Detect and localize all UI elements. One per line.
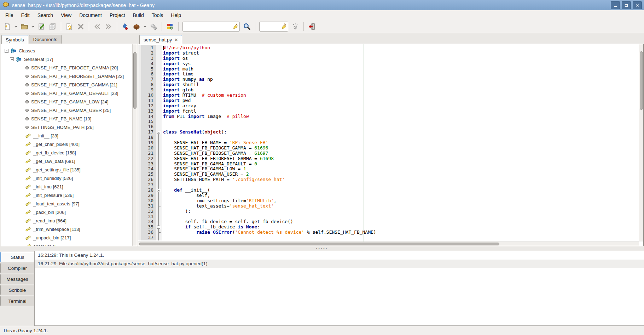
code-line[interactable]: 36 raise OSError('Cannot detect %s devic… [138,230,639,235]
symbol-row[interactable]: SENSE_HAT_FB_GAMMA_DEFAULT [23] [1,89,132,97]
search-button[interactable] [242,21,252,32]
editor-horizontal-scrollbar[interactable] [138,242,639,246]
tab-status[interactable]: Status [0,252,34,262]
code-line[interactable]: 15 [138,119,639,124]
code-line[interactable]: 19 SENSE_HAT_FB_NAME = 'RPi-Sense FB' [138,140,639,146]
code-line[interactable]: 2import struct [138,51,639,56]
fold-toggle-icon[interactable] [156,188,162,193]
code-line[interactable]: 21 SENSE_HAT_FB_FBIOSET_GAMMA = 61697 [138,151,639,156]
code-line[interactable]: 35 if self._fb_device is None: [138,225,639,230]
symbol-row[interactable]: _get_char_pixels [400] [1,140,132,148]
symbol-row[interactable]: _trim_whitespace [113] [1,225,132,233]
search-input-field[interactable] [184,23,225,30]
maximize-button[interactable] [622,1,631,9]
code-line[interactable]: 26 SETTINGS_HOME_PATH = '.config/sense_h… [138,177,639,182]
code-line[interactable]: 33 [138,214,639,220]
code-line[interactable]: 17class SenseHat(object): [138,130,639,135]
symbol-row[interactable]: SENSE_HAT_FB_FBIOSET_GAMMA [21] [1,80,132,89]
tab-compiler[interactable]: Compiler [0,263,34,273]
code-line[interactable]: 7import numpy as np [138,77,639,82]
editor-vertical-scrollbar[interactable] [639,44,643,242]
code-line[interactable]: 23 SENSE_HAT_FB_GAMMA_DEFAULT = 0 [138,161,639,167]
symbol-row[interactable]: _load_text_assets [97] [1,199,132,208]
code-line[interactable]: 32 ): [138,209,639,214]
symbol-row[interactable]: _unpack_bin [217] [1,233,132,242]
symbol-row[interactable]: SenseHat [17] [1,55,132,63]
symbol-row[interactable]: _get_settings_file [135] [1,165,132,174]
menu-tools[interactable]: Tools [148,11,167,19]
menu-edit[interactable]: Edit [17,11,34,19]
code-line[interactable]: 24 SENSE_HAT_FB_GAMMA_LOW = 1 [138,166,639,172]
quit-button[interactable] [307,21,317,32]
menu-search[interactable]: Search [34,11,57,19]
sidebar-scrollbar[interactable] [132,44,137,246]
symbol-row[interactable]: SENSE_HAT_FB_GAMMA_USER [25] [1,106,132,114]
code-line[interactable]: 6import time [138,72,639,77]
symbol-row[interactable]: _init_humidity [526] [1,174,132,182]
code-line[interactable]: 13import fcntl [138,109,639,114]
symbol-row[interactable]: _get_raw_data [681] [1,157,132,165]
build-button[interactable] [131,21,142,32]
tab-terminal[interactable]: Terminal [0,296,34,306]
symbol-row[interactable]: SENSE_HAT_FB_FBIOGET_GAMMA [20] [1,63,132,72]
minimize-button[interactable] [611,1,620,9]
close-document-button[interactable] [75,21,86,32]
open-file-button[interactable] [19,21,30,32]
symbol-row[interactable]: _get_fb_device [158] [1,148,132,157]
expander-minus-icon[interactable] [5,49,9,53]
fold-toggle-icon[interactable] [156,225,162,230]
code-line[interactable]: 8import shutil [138,82,639,87]
save-all-button[interactable] [47,21,58,32]
code-line[interactable]: 16 [138,124,639,130]
menu-help[interactable]: Help [167,11,185,19]
symbol-row[interactable]: SENSE_HAT_FB_GAMMA_LOW [24] [1,97,132,106]
splitter-handle[interactable]: ••••• [0,246,644,251]
save-button[interactable] [36,21,47,32]
menu-build[interactable]: Build [129,11,148,19]
code-line[interactable]: 10import RTIMU # custom version [138,93,639,98]
tab-scribble[interactable]: Scribble [0,285,34,295]
symbol-row[interactable]: _init_imu [621] [1,182,132,191]
code-line[interactable]: 30 imu_settings_file='RTIMULib', [138,198,639,204]
code-line[interactable]: 27 [138,182,639,188]
code-line[interactable]: 37 [138,235,639,240]
fold-toggle-icon[interactable] [156,130,162,135]
goto-line-input-field[interactable] [261,23,282,30]
build-menu-button[interactable] [143,21,147,32]
code-line[interactable]: 1#!/usr/bin/python [138,45,639,51]
tab-documents[interactable]: Documents [29,35,62,44]
clear-broom-icon[interactable] [232,23,238,31]
symbol-row[interactable]: SENSE_HAT_FB_NAME [19] [1,114,132,123]
expander-minus-icon[interactable] [10,57,14,61]
menu-file[interactable]: File [1,11,17,19]
revert-button[interactable] [64,21,75,32]
close-button[interactable] [633,1,642,9]
navigate-back-button[interactable] [92,21,103,32]
tab-messages[interactable]: Messages [0,274,34,284]
symbol-row[interactable]: _init_pressure [536] [1,191,132,199]
code-area[interactable]: 1#!/usr/bin/python2import struct3import … [138,44,639,242]
symbol-row[interactable]: __init__ [28] [1,131,132,140]
compile-button[interactable] [120,21,130,32]
goto-line-button[interactable] [290,21,301,32]
code-line[interactable]: 11import pwd [138,98,639,103]
code-line[interactable]: 28 def __init__( [138,188,639,193]
code-line[interactable]: 3import os [138,56,639,61]
code-line[interactable]: 9import glob [138,87,639,93]
code-line[interactable]: 5import math [138,67,639,72]
code-line[interactable]: 22 SENSE_HAT_FB_FBIORESET_GAMMA = 61698 [138,156,639,161]
menu-project[interactable]: Project [106,11,129,19]
code-line[interactable]: 18 [138,135,639,140]
symbol-row[interactable]: SETTINGS_HOME_PATH [26] [1,123,132,131]
symbol-row[interactable]: _pack_bin [206] [1,208,132,216]
code-line[interactable]: 14from PIL import Image # pillow [138,114,639,119]
menu-view[interactable]: View [57,11,75,19]
symbol-row[interactable]: Classes [1,46,132,55]
symbol-row[interactable]: accel [817] [1,242,132,246]
tab-close-icon[interactable]: ✕ [174,38,178,42]
color-chooser-button[interactable] [165,21,175,32]
code-line[interactable]: 20 SENSE_HAT_FB_FBIOGET_GAMMA = 61696 [138,146,639,151]
navigate-forward-button[interactable] [103,21,114,32]
code-line[interactable]: 25 SENSE_HAT_FB_GAMMA_USER = 2 [138,172,639,177]
open-file-menu-button[interactable] [30,21,35,32]
